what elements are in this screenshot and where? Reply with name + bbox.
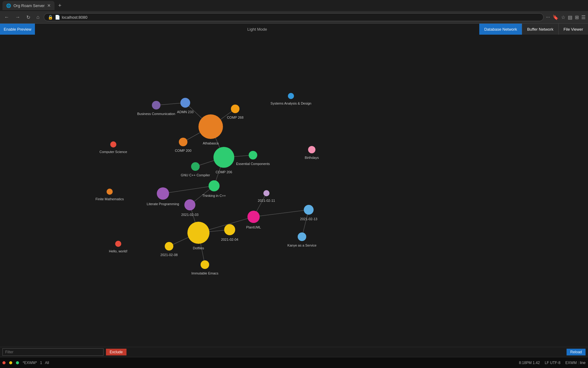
- more-button[interactable]: ···: [546, 14, 550, 20]
- node-label-comp206: COMP 206: [216, 170, 232, 174]
- node-label-systems-analysis: Systems Analysis & Design: [270, 102, 311, 105]
- node-finite-mathematics[interactable]: Finite Mathematics: [107, 189, 113, 201]
- node-systems-analysis[interactable]: Systems Analysis & Design: [288, 93, 294, 105]
- node-label-comp268: COMP 268: [227, 116, 243, 119]
- node-circle-2021-02-11: [263, 190, 270, 196]
- node-gnu-cpp[interactable]: GNU C++ Compiler: [191, 162, 200, 177]
- node-circle-comp200: [179, 138, 187, 146]
- status-time: 8:18PM 1.42: [519, 361, 540, 365]
- enable-preview-button[interactable]: Enable Preview: [0, 24, 35, 35]
- address-bar: ← → ↻ ⌂ 🔒 📄 localhost:8080 ··· 🔖 ☆ ▤ ⊞ ☰: [0, 11, 588, 23]
- reload-button[interactable]: Reload: [567, 349, 586, 355]
- page-icon: 📄: [55, 15, 60, 20]
- node-label-essential-components: Essential Components: [236, 162, 270, 166]
- header-nav: Database Network Buffer Network File Vie…: [479, 24, 588, 35]
- node-circle-birthdays: [308, 146, 315, 153]
- sidebar-icon[interactable]: ▤: [568, 14, 572, 20]
- browser-actions: ··· 🔖 ☆ ▤ ⊞ ☰: [546, 14, 586, 20]
- browser-chrome: 🌐 Org Roam Server ✕ + ← → ↻ ⌂ 🔒 📄 localh…: [0, 0, 588, 24]
- node-comp268[interactable]: COMP 268: [231, 105, 239, 119]
- reload-browser-button[interactable]: ↻: [24, 13, 32, 21]
- exclude-button[interactable]: Exclude: [106, 349, 126, 355]
- status-bar: *EXWM* 1 All 8:18PM 1.42 LF UTF-8 EXWM :…: [0, 357, 588, 368]
- node-dotfiles[interactable]: Dotfiles: [187, 222, 209, 250]
- bottom-filter-bar: Exclude Reload: [0, 347, 588, 357]
- node-label-admn233: ADMN 233: [177, 110, 194, 114]
- node-2021-02-11[interactable]: 2021-02-11: [263, 190, 270, 202]
- node-label-gnu-cpp: GNU C++ Compiler: [181, 173, 210, 177]
- node-thinking-cpp[interactable]: Thinking in C++: [209, 180, 220, 197]
- pocket-icon[interactable]: 🔖: [552, 14, 559, 20]
- workspace-indicator: *EXWM* 1 All: [23, 361, 49, 365]
- node-label-comp200: COMP 200: [175, 149, 191, 152]
- node-circle-systems-analysis: [288, 93, 294, 99]
- node-circle-2021-02-03: [184, 199, 195, 210]
- node-circle-2021-02-13: [304, 205, 314, 215]
- header-center: Light Mode: [35, 27, 479, 32]
- status-right: 8:18PM 1.42 LF UTF-8 EXWM : line: [519, 361, 586, 365]
- node-athabasca[interactable]: Athabasca: [198, 114, 223, 145]
- node-comp206[interactable]: COMP 206: [213, 147, 234, 174]
- nav-file-viewer[interactable]: File Viewer: [558, 24, 588, 35]
- forward-button[interactable]: →: [13, 13, 22, 21]
- node-label-business-comm: Business Communication: [137, 112, 175, 116]
- status-dot-green: [16, 361, 19, 364]
- node-2021-02-13[interactable]: 2021-02-13: [304, 205, 314, 221]
- node-essential-components[interactable]: Essential Components: [249, 151, 257, 166]
- node-circle-athabasca: [198, 114, 223, 139]
- node-circle-business-comm: [152, 101, 160, 109]
- active-tab[interactable]: 🌐 Org Roam Server ✕: [2, 1, 55, 10]
- node-label-finite-mathematics: Finite Mathematics: [96, 197, 124, 201]
- node-label-birthdays: Birthdays: [305, 156, 319, 159]
- tab-close-button[interactable]: ✕: [47, 3, 51, 8]
- node-circle-2021-02-04: [224, 224, 235, 235]
- node-circle-admn233: [180, 98, 190, 108]
- new-tab-button[interactable]: +: [56, 2, 64, 9]
- node-label-athabasca: Athabasca: [203, 141, 219, 145]
- node-kanye[interactable]: Kanye as a Service: [298, 232, 306, 247]
- node-circle-hello-world: [115, 241, 121, 247]
- node-circle-comp268: [231, 105, 239, 113]
- status-dot-red: [2, 361, 6, 364]
- node-label-plantuml: PlantUML: [246, 225, 261, 229]
- security-icon: 🔒: [48, 15, 53, 20]
- split-icon[interactable]: ⊞: [575, 14, 579, 20]
- node-label-2021-02-03: 2021-02-03: [181, 213, 198, 217]
- filter-input[interactable]: [2, 348, 104, 356]
- node-circle-immutable-emacs: [201, 260, 209, 269]
- node-label-literate-programming: Literate Programming: [147, 202, 179, 206]
- node-computer-science[interactable]: Computer Science: [110, 141, 116, 154]
- nav-database-network[interactable]: Database Network: [479, 24, 522, 35]
- app-header: Enable Preview Light Mode Database Netwo…: [0, 24, 588, 35]
- node-label-kanye: Kanye as a Service: [288, 243, 317, 247]
- node-circle-gnu-cpp: [191, 162, 200, 171]
- node-label-2021-02-08: 2021-02-08: [160, 253, 178, 257]
- node-birthdays[interactable]: Birthdays: [308, 146, 315, 159]
- node-label-immutable-emacs: Immutable Emacs: [191, 271, 218, 275]
- node-label-dotfiles: Dotfiles: [193, 246, 204, 250]
- node-label-2021-02-11: 2021-02-11: [258, 199, 275, 202]
- address-input[interactable]: 🔒 📄 localhost:8080: [44, 13, 544, 21]
- menu-icon[interactable]: ☰: [581, 14, 586, 20]
- url-text: localhost:8080: [62, 15, 88, 20]
- node-hello-world[interactable]: Hello, world!: [115, 241, 121, 253]
- node-label-thinking-cpp: Thinking in C++: [202, 194, 226, 197]
- node-circle-finite-mathematics: [107, 189, 113, 195]
- node-plantuml[interactable]: PlantUML: [247, 211, 260, 229]
- node-comp200[interactable]: COMP 200: [179, 138, 187, 152]
- node-2021-02-03[interactable]: 2021-02-03: [184, 199, 195, 217]
- node-2021-02-08[interactable]: 2021-02-08: [165, 242, 173, 257]
- light-mode-label: Light Mode: [247, 27, 267, 32]
- back-button[interactable]: ←: [2, 13, 11, 21]
- node-2021-02-04[interactable]: 2021-02-04: [224, 224, 235, 241]
- node-literate-programming[interactable]: Literate Programming: [157, 187, 169, 206]
- svg-line-8: [163, 186, 214, 194]
- star-icon[interactable]: ☆: [561, 14, 565, 20]
- node-immutable-emacs[interactable]: Immutable Emacs: [201, 260, 209, 275]
- tab-icon: 🌐: [6, 3, 11, 8]
- node-admn233[interactable]: ADMN 233: [180, 98, 190, 114]
- nav-buffer-network[interactable]: Buffer Network: [522, 24, 558, 35]
- node-business-comm[interactable]: Business Communication: [152, 101, 160, 116]
- network-edges: [0, 35, 588, 354]
- home-button[interactable]: ⌂: [35, 13, 41, 21]
